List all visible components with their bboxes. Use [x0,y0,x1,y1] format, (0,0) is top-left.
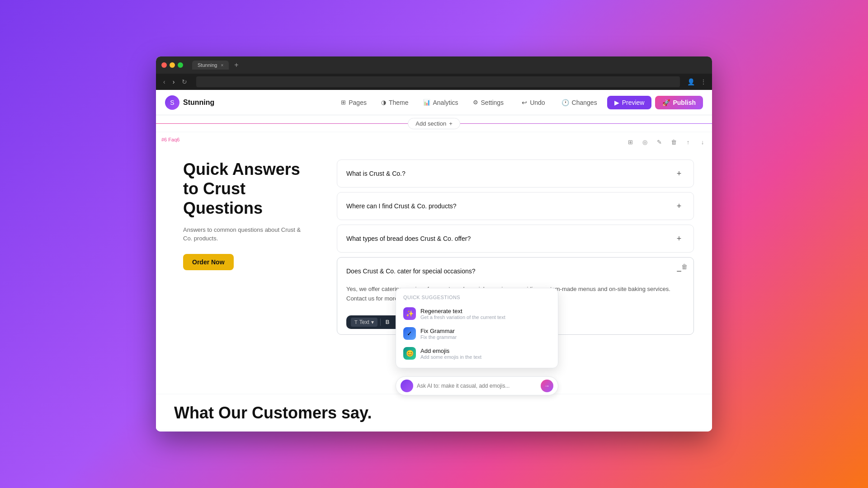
faq-toggle-2[interactable]: + [674,201,684,211]
add-section-plus-icon: + [449,120,453,127]
qs-grammar-label: Fix Grammar [420,328,457,334]
section-move-up-button[interactable]: ↑ [682,136,694,148]
faq-title: Quick Answers to Crust Questions [183,160,310,218]
maximize-button[interactable] [178,62,183,68]
qs-regenerate[interactable]: ✨ Regenerate text Get a fresh variation … [396,304,558,324]
add-section-bar: Add section + [156,115,712,131]
faq-left: Quick Answers to Crust Questions Answers… [183,160,310,270]
faq-header-2[interactable]: Where can I find Crust & Co. products? + [337,192,693,220]
address-bar[interactable] [196,76,680,87]
menu-icon[interactable]: ⋮ [700,78,707,85]
publish-label: Publish [673,99,696,106]
nav-theme-label: Theme [389,99,409,106]
faq-question-2: Where can I find Crust & Co. products? [346,202,457,210]
changes-label: Changes [572,99,597,106]
app-content: S Stunning ⊞ Pages ◑ Theme 📊 Analytics ⚙ [156,90,712,432]
section-delete-button[interactable]: 🗑 [668,136,679,148]
ai-send-button[interactable]: → [541,380,553,392]
preview-label: Preview [622,99,645,106]
browser-chrome: Stunning × + [156,56,712,74]
faq-item-1: What is Crust & Co.? + [337,160,694,188]
quick-suggestions-popup: Quick suggestions ✨ Regenerate text Get … [396,288,558,368]
nav-pages-label: Pages [349,99,367,106]
qs-emojis[interactable]: 😊 Add emojis Add some emojis in the text [396,343,558,363]
close-button[interactable] [161,62,167,68]
emojis-icon: 😊 [403,347,416,360]
editor-area: #6 Faq6 ⊞ ◎ ✎ 🗑 ↑ ↓ Quick Answers to Cru… [156,131,712,432]
nav-analytics[interactable]: 📊 Analytics [417,96,465,109]
qs-grammar[interactable]: ✓ Fix Grammar Fix the grammar [396,324,558,343]
preview-button[interactable]: ▶ Preview [607,96,652,109]
nav-pages[interactable]: ⊞ Pages [335,96,373,109]
browser-tab[interactable]: Stunning × [192,61,229,70]
section-columns-button[interactable]: ⊞ [624,136,636,148]
section-edit-button[interactable]: ✎ [653,136,665,148]
browser-nav: ‹ › ↻ 👤 ⋮ [156,74,712,90]
nav-actions: ↩ Undo 🕐 Changes ▶ Preview 🚀 Publish [515,96,703,109]
qs-grammar-content: Fix Grammar Fix the grammar [420,328,457,340]
ai-send-icon: → [544,383,550,389]
faq-header-4[interactable]: Does Crust & Co. cater for special occas… [337,258,693,285]
brand-logo: S [165,95,179,110]
faq-question-3: What types of bread does Crust & Co. off… [346,235,471,242]
tab-close-icon[interactable]: × [221,63,223,68]
new-tab-icon[interactable]: + [234,61,238,69]
publish-icon: 🚀 [662,99,670,106]
forward-button[interactable]: › [171,77,177,86]
section-label: #6 Faq6 [160,136,181,143]
faq-question-1: What is Crust & Co.? [346,170,406,177]
changes-button[interactable]: 🕐 Changes [555,96,604,109]
undo-button[interactable]: ↩ Undo [515,96,551,109]
user-icon: 👤 [687,78,695,85]
nav-settings[interactable]: ⚙ Settings [467,96,510,109]
back-button[interactable]: ‹ [161,77,167,86]
theme-icon: ◑ [381,99,386,106]
reload-button[interactable]: ↻ [180,77,189,86]
faq-delete-4-button[interactable]: 🗑 [679,261,690,272]
nav-links: ⊞ Pages ◑ Theme 📊 Analytics ⚙ Settings [335,96,510,109]
nav-theme[interactable]: ◑ Theme [375,96,415,109]
brand-name: Stunning [183,99,214,107]
qs-emojis-desc: Add some emojis in the text [420,354,481,360]
faq-item-2: Where can I find Crust & Co. products? + [337,192,694,220]
section-toolbar: ⊞ ◎ ✎ 🗑 ↑ ↓ [624,136,708,148]
preview-icon: ▶ [614,99,619,106]
format-bold-button[interactable]: B [383,318,392,327]
section-style-button[interactable]: ◎ [639,136,651,148]
faq-subtitle: Answers to common questions about Crust … [183,225,310,243]
quick-suggestions-title: Quick suggestions [396,293,558,304]
separator-1 [380,319,381,326]
faq-header-1[interactable]: What is Crust & Co.? + [337,160,693,187]
format-text-label: Text [359,319,369,325]
faq-toggle-1[interactable]: + [674,168,684,179]
changes-icon: 🕐 [561,99,569,106]
faq-toggle-3[interactable]: + [674,233,684,244]
section-move-down-button[interactable]: ↓ [697,136,708,148]
add-section-button[interactable]: Add section + [408,118,460,129]
brand: S Stunning [165,95,214,110]
faq-question-4: Does Crust & Co. cater for special occas… [346,267,476,275]
format-text-type-button[interactable]: T Text ▾ [351,318,377,327]
pages-icon: ⊞ [341,99,346,106]
text-icon: T [354,319,358,325]
ai-text-input[interactable] [417,383,537,389]
faq-header-3[interactable]: What types of bread does Crust & Co. off… [337,225,693,252]
top-navbar: S Stunning ⊞ Pages ◑ Theme 📊 Analytics ⚙ [156,90,712,115]
regenerate-icon: ✨ [403,307,416,320]
nav-analytics-label: Analytics [433,99,458,106]
undo-icon: ↩ [522,99,527,106]
add-section-label: Add section [415,120,446,127]
text-dropdown-icon: ▾ [371,319,374,325]
bottom-section-text: What Our Customers say. [174,404,372,422]
qs-emojis-label: Add emojis [420,347,481,354]
grammar-icon: ✓ [403,327,416,340]
ai-avatar [401,380,413,392]
qs-grammar-desc: Fix the grammar [420,334,457,340]
publish-button[interactable]: 🚀 Publish [655,96,703,109]
order-now-button[interactable]: Order Now [183,254,234,270]
faq-item-3: What types of bread does Crust & Co. off… [337,225,694,253]
minimize-button[interactable] [170,62,175,68]
qs-regenerate-label: Regenerate text [420,308,505,314]
qs-regenerate-content: Regenerate text Get a fresh variation of… [420,308,505,320]
settings-icon: ⚙ [473,99,478,106]
